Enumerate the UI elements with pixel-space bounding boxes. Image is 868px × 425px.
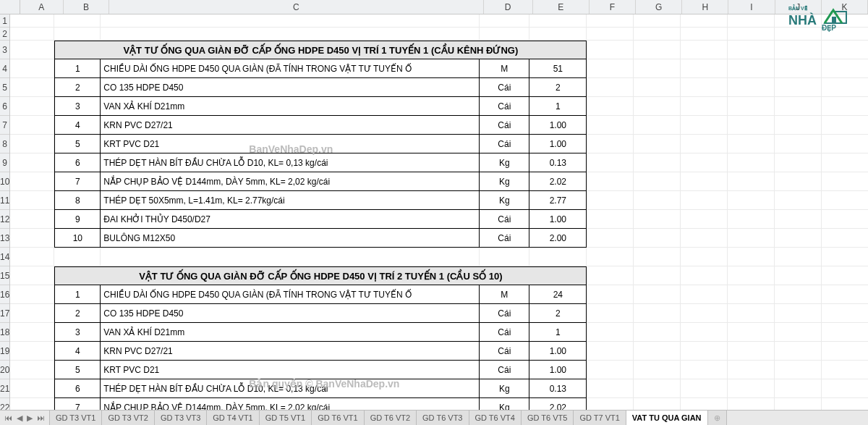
row-qty[interactable]: 1.00 — [529, 135, 587, 153]
sheet-tab[interactable]: GD T5 VT1 — [260, 411, 312, 425]
col-D[interactable]: D — [484, 0, 533, 14]
row-number[interactable]: 6 — [54, 153, 101, 172]
row-number[interactable]: 5 — [54, 135, 101, 153]
row-desc[interactable]: THÉP DẸT 50X5mm, L=1.41m, KL= 2.77kg/cái — [101, 191, 480, 210]
row-desc[interactable]: KRT PVC D21 — [101, 361, 480, 379]
row-qty[interactable]: 51 — [529, 59, 587, 78]
row-20[interactable]: 20 — [0, 361, 9, 379]
row-qty[interactable]: 1.00 — [529, 116, 587, 135]
sheet-tab[interactable]: GD T4 VT1 — [207, 411, 259, 425]
tab-first-icon[interactable]: ⏮ — [3, 413, 14, 422]
row-desc[interactable]: CO 135 HDPE D450 — [101, 78, 480, 97]
col-I[interactable]: I — [728, 0, 775, 14]
sheet-tab[interactable]: GD T6 VT3 — [417, 411, 469, 425]
spreadsheet-grid[interactable]: BanVeNhaDep.vn Bản quyền © BanVeNhaDep.v… — [10, 14, 868, 410]
row-number[interactable]: 3 — [54, 97, 101, 116]
row-unit[interactable]: M — [480, 285, 529, 304]
row-12[interactable]: 12 — [0, 210, 9, 229]
row-desc[interactable]: THÉP DẸT HÀN BÍT ĐẦU CHỪA LỖ D10, KL= 0,… — [101, 379, 480, 398]
row-number[interactable]: 4 — [54, 342, 101, 361]
row-desc[interactable]: VAN XẢ KHÍ D21mm — [101, 323, 480, 342]
row-1[interactable]: 1 — [0, 14, 9, 28]
sheet-tab[interactable]: GD T3 VT2 — [102, 411, 154, 425]
row-number[interactable]: 1 — [54, 285, 101, 304]
row-unit[interactable]: Cái — [480, 116, 529, 135]
row-qty[interactable]: 1.00 — [529, 361, 587, 379]
sheet-tab[interactable]: GD T3 VT3 — [155, 411, 207, 425]
row-qty[interactable]: 2 — [529, 78, 587, 97]
row-15[interactable]: 15 — [0, 266, 9, 285]
row-desc[interactable]: BULÔNG M12X50 — [101, 229, 480, 248]
col-F[interactable]: F — [590, 0, 636, 14]
row-qty[interactable]: 2.77 — [529, 191, 587, 210]
tab-next-icon[interactable]: ▶ — [25, 413, 34, 423]
row-desc[interactable]: ĐAI KHỞI THỦY D450/D27 — [101, 210, 480, 229]
row-qty[interactable]: 2.00 — [529, 229, 587, 248]
sheet-tab[interactable]: GD T6 VT4 — [469, 411, 522, 425]
row-18[interactable]: 18 — [0, 323, 9, 342]
col-A[interactable]: A — [20, 0, 64, 14]
row-unit[interactable]: Cái — [480, 342, 529, 361]
col-H[interactable]: H — [682, 0, 728, 14]
row-number[interactable]: 7 — [54, 172, 101, 191]
sheet-tab[interactable]: VAT TU QUA GIAN — [626, 411, 708, 425]
select-all-cell[interactable] — [0, 0, 20, 14]
row-desc[interactable]: CHIỀU DÀI ỐNG HDPE D450 QUA GIÀN (ĐÃ TÍN… — [101, 59, 480, 78]
row-unit[interactable]: M — [480, 59, 529, 78]
row-qty[interactable]: 1.00 — [529, 210, 587, 229]
row-qty[interactable]: 0.13 — [529, 379, 587, 398]
row-unit[interactable]: Cái — [480, 323, 529, 342]
row-number[interactable]: 4 — [54, 116, 101, 135]
row-unit[interactable]: Cái — [480, 304, 529, 323]
tab-last-icon[interactable]: ⏭ — [35, 413, 46, 422]
row-unit[interactable]: Kg — [480, 191, 529, 210]
row-desc[interactable]: CO 135 HDPE D450 — [101, 304, 480, 323]
row-10[interactable]: 10 — [0, 172, 9, 191]
row-6[interactable]: 6 — [0, 97, 9, 116]
row-unit[interactable]: Cái — [480, 135, 529, 153]
sheet-tab[interactable]: GD T6 VT1 — [312, 411, 364, 425]
row-qty[interactable]: 1 — [529, 97, 587, 116]
row-13[interactable]: 13 — [0, 229, 9, 248]
row-number[interactable]: 10 — [54, 229, 101, 248]
row-qty[interactable]: 2 — [529, 304, 587, 323]
row-21[interactable]: 21 — [0, 379, 9, 398]
row-qty[interactable]: 2.02 — [529, 172, 587, 191]
row-unit[interactable]: Kg — [480, 172, 529, 191]
row-number[interactable]: 5 — [54, 361, 101, 379]
row-qty[interactable]: 0.13 — [529, 153, 587, 172]
row-number[interactable]: 2 — [54, 78, 101, 97]
row-number[interactable]: 3 — [54, 323, 101, 342]
col-G[interactable]: G — [636, 0, 682, 14]
col-C[interactable]: C — [109, 0, 483, 14]
row-unit[interactable]: Cái — [480, 78, 529, 97]
row-number[interactable]: 8 — [54, 191, 101, 210]
sheet-tab[interactable]: GD T7 VT1 — [574, 411, 626, 425]
row-17[interactable]: 17 — [0, 304, 9, 323]
row-qty[interactable]: 24 — [529, 285, 587, 304]
row-9[interactable]: 9 — [0, 153, 9, 172]
col-E[interactable]: E — [533, 0, 590, 14]
row-unit[interactable]: Cái — [480, 210, 529, 229]
row-4[interactable]: 4 — [0, 59, 9, 78]
row-desc[interactable]: KRT PVC D21 — [101, 135, 480, 153]
row-desc[interactable]: VAN XẢ KHÍ D21mm — [101, 97, 480, 116]
row-qty[interactable]: 1 — [529, 323, 587, 342]
row-7[interactable]: 7 — [0, 116, 9, 135]
row-11[interactable]: 11 — [0, 191, 9, 210]
row-unit[interactable]: Cái — [480, 361, 529, 379]
row-number[interactable]: 1 — [54, 59, 101, 78]
row-desc[interactable]: THÉP DẸT HÀN BÍT ĐẦU CHỪA LỖ D10, KL= 0,… — [101, 153, 480, 172]
row-desc[interactable]: KRN PVC D27/21 — [101, 342, 480, 361]
sheet-tab[interactable]: GD T3 VT1 — [50, 411, 102, 425]
sheet-tab[interactable]: GD T6 VT2 — [365, 411, 417, 425]
row-14[interactable]: 14 — [0, 248, 9, 266]
row-5[interactable]: 5 — [0, 78, 9, 97]
row-desc[interactable]: CHIỀU DÀI ỐNG HDPE D450 QUA GIÀN (ĐÃ TÍN… — [101, 285, 480, 304]
new-sheet-icon[interactable]: ⊕ — [708, 411, 727, 425]
row-desc[interactable]: KRN PVC D27/21 — [101, 116, 480, 135]
row-number[interactable]: 6 — [54, 379, 101, 398]
row-2[interactable]: 2 — [0, 28, 9, 41]
row-8[interactable]: 8 — [0, 135, 9, 153]
row-unit[interactable]: Cái — [480, 97, 529, 116]
